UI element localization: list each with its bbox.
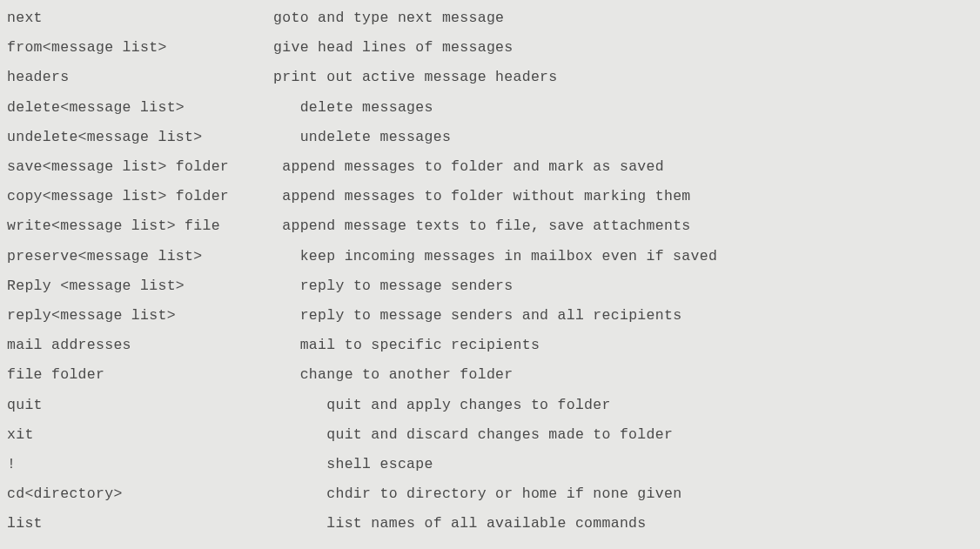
command-name: headers: [7, 69, 69, 85]
command-description: quit and apply changes to folder: [326, 397, 610, 413]
help-row: Reply <message list> reply to message se…: [7, 271, 977, 301]
help-row: write<message list> file append message …: [7, 211, 977, 241]
command-name: quit: [7, 397, 43, 413]
command-description: keep incoming messages in mailbox even i…: [300, 248, 717, 264]
command-name: mail addresses: [7, 337, 131, 353]
command-help-text: next goto and type next messagefrom<mess…: [0, 0, 980, 539]
command-name: copy<message list> folder: [7, 188, 229, 204]
help-row: reply<message list> reply to message sen…: [7, 301, 977, 331]
command-description: append message texts to file, save attac…: [282, 218, 690, 234]
help-row: next goto and type next message: [7, 3, 977, 33]
command-description: print out active message headers: [273, 69, 557, 85]
command-name: from<message list>: [7, 39, 167, 56]
help-row: copy<message list> folder append message…: [7, 182, 977, 211]
command-name: cd<directory>: [7, 485, 123, 502]
command-name: file folder: [7, 366, 104, 383]
command-description: change to another folder: [300, 366, 513, 383]
command-description: reply to message senders: [300, 278, 513, 294]
command-name: write<message list> file: [7, 218, 220, 234]
help-row: save<message list> folder append message…: [7, 152, 977, 182]
help-row: delete<message list> delete messages: [7, 93, 977, 123]
command-name: preserve<message list>: [7, 248, 202, 264]
command-description: undelete messages: [300, 129, 451, 145]
command-description: append messages to folder and mark as sa…: [282, 158, 664, 175]
help-row: headers print out active message headers: [7, 63, 977, 92]
command-description: goto and type next message: [273, 10, 504, 26]
command-name: !: [7, 456, 16, 472]
help-row: from<message list> give head lines of me…: [7, 33, 977, 63]
help-row: file folder change to another folder: [7, 360, 977, 390]
command-name: xit: [7, 426, 34, 443]
command-description: reply to message senders and all recipie…: [300, 307, 682, 324]
help-row: undelete<message list> undelete messages: [7, 123, 977, 152]
help-row: list list names of all available command…: [7, 509, 977, 539]
help-row: preserve<message list> keep incoming mes…: [7, 242, 977, 271]
help-row: quit quit and apply changes to folder: [7, 391, 977, 420]
help-row: ! shell escape: [7, 450, 977, 479]
command-name: delete<message list>: [7, 99, 185, 116]
command-name: list: [7, 515, 43, 532]
command-description: quit and discard changes made to folder: [326, 426, 673, 443]
command-description: shell escape: [326, 456, 433, 472]
command-description: give head lines of messages: [273, 39, 513, 56]
command-name: save<message list> folder: [7, 158, 229, 175]
help-row: cd<directory> chdir to directory or home…: [7, 479, 977, 509]
command-description: append messages to folder without markin…: [282, 188, 690, 204]
command-name: Reply <message list>: [7, 278, 185, 294]
help-row: xit quit and discard changes made to fol…: [7, 420, 977, 450]
command-name: reply<message list>: [7, 307, 176, 324]
command-name: undelete<message list>: [7, 129, 202, 145]
command-description: delete messages: [300, 99, 433, 116]
command-description: chdir to directory or home if none given: [326, 485, 681, 502]
help-row: mail addresses mail to specific recipien…: [7, 331, 977, 360]
command-name: next: [7, 10, 43, 26]
command-description: mail to specific recipients: [300, 337, 540, 353]
command-description: list names of all available commands: [326, 515, 646, 532]
